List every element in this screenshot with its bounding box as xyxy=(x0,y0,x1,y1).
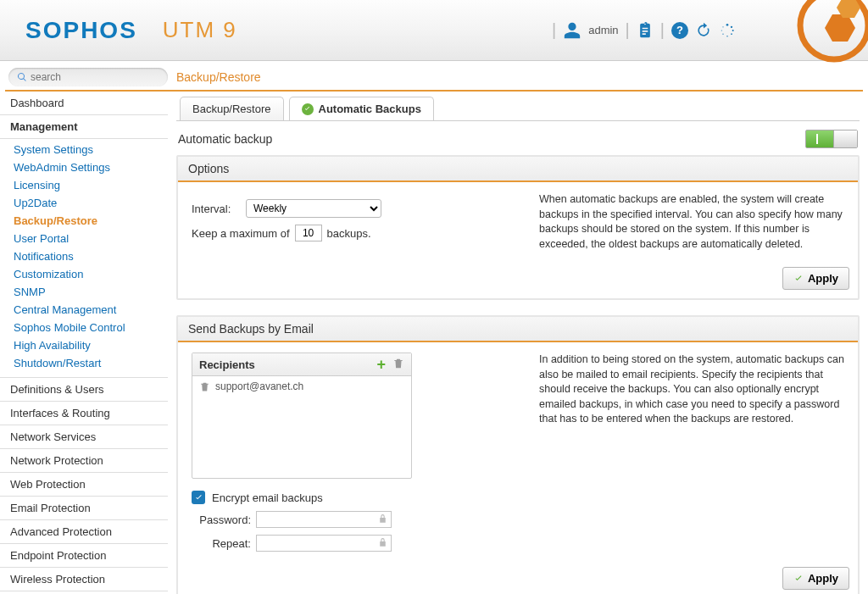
sidebar-section-management[interactable]: Management xyxy=(0,115,168,139)
lock-icon xyxy=(377,537,388,548)
sidebar: Dashboard Management System Settings Web… xyxy=(0,92,168,594)
search-field[interactable] xyxy=(31,71,149,83)
check-icon xyxy=(793,274,804,284)
password-input[interactable] xyxy=(256,511,392,528)
options-help-text: When automatic backups are enabled, the … xyxy=(539,192,844,252)
trash-icon[interactable] xyxy=(199,381,210,392)
automatic-backup-toggle[interactable] xyxy=(805,130,858,148)
sidebar-item-shutdown-restart[interactable]: Shutdown/Restart xyxy=(0,354,168,372)
send-email-panel: Send Backups by Email Recipients + xyxy=(176,315,860,594)
hex-logo xyxy=(758,0,868,66)
tab-label: Backup/Restore xyxy=(192,103,271,115)
repeat-password-input[interactable] xyxy=(256,535,392,552)
sidebar-item-system-settings[interactable]: System Settings xyxy=(0,141,168,158)
panel-header: Options xyxy=(178,157,858,182)
username[interactable]: admin xyxy=(588,24,618,36)
add-recipient-icon[interactable]: + xyxy=(376,357,386,372)
svg-point-3 xyxy=(731,33,732,35)
keep-prefix: Keep a maximum of xyxy=(192,227,290,240)
search-input[interactable] xyxy=(8,68,168,86)
check-icon xyxy=(793,574,804,584)
tab-backup-restore[interactable]: Backup/Restore xyxy=(180,97,284,120)
section-title: Automatic backup xyxy=(178,132,272,146)
apply-options-button[interactable]: Apply xyxy=(782,267,849,290)
svg-point-4 xyxy=(726,35,728,36)
sidebar-item-backup-restore[interactable]: Backup/Restore xyxy=(0,212,168,230)
sidebar-item-central-management[interactable]: Central Management xyxy=(0,301,168,319)
sidebar-section-network-services[interactable]: Network Services xyxy=(0,425,168,449)
product-name: UTM 9 xyxy=(163,17,237,43)
sidebar-item-notifications[interactable]: Notifications xyxy=(0,247,168,265)
keep-max-input[interactable] xyxy=(295,225,322,241)
user-icon xyxy=(563,21,581,40)
button-label: Apply xyxy=(808,572,838,585)
sidebar-item-licensing[interactable]: Licensing xyxy=(0,176,168,194)
apply-email-button[interactable]: Apply xyxy=(782,567,849,590)
svg-point-0 xyxy=(726,24,729,26)
svg-point-2 xyxy=(732,30,734,31)
button-label: Apply xyxy=(808,272,838,285)
sidebar-item-snmp[interactable]: SNMP xyxy=(0,283,168,301)
encrypt-checkbox[interactable] xyxy=(192,491,205,504)
search-icon xyxy=(17,72,27,82)
tab-automatic-backups[interactable]: Automatic Backups xyxy=(289,97,434,120)
svg-point-6 xyxy=(721,30,722,31)
svg-point-7 xyxy=(722,26,723,27)
options-panel: Options Interval: Weekly Keep a maximum … xyxy=(176,155,860,300)
password-label: Password: xyxy=(192,514,251,526)
recipients-box: Recipients + support@avanet.ch xyxy=(192,353,412,479)
separator: | xyxy=(660,20,665,40)
keep-suffix: backups. xyxy=(327,227,371,240)
sidebar-section-network-protection[interactable]: Network Protection xyxy=(0,449,168,473)
encrypt-label: Encrypt email backups xyxy=(212,491,323,504)
check-icon xyxy=(302,103,314,115)
svg-point-1 xyxy=(731,25,732,27)
svg-marker-9 xyxy=(825,14,855,42)
refresh-icon[interactable] xyxy=(695,22,712,39)
loading-icon[interactable] xyxy=(719,22,736,39)
recipient-row[interactable]: support@avanet.ch xyxy=(192,376,411,478)
panel-header: Send Backups by Email xyxy=(178,317,858,342)
svg-point-5 xyxy=(722,33,723,34)
sidebar-item-high-availability[interactable]: High Availability xyxy=(0,336,168,354)
sidebar-section-definitions[interactable]: Definitions & Users xyxy=(0,378,168,402)
repeat-label: Repeat: xyxy=(192,537,251,550)
brand-logo: SOPHOS xyxy=(25,17,137,44)
sidebar-section-web-protection[interactable]: Web Protection xyxy=(0,473,168,497)
recipients-label: Recipients xyxy=(199,358,255,371)
sidebar-item-dashboard[interactable]: Dashboard xyxy=(0,92,168,115)
sidebar-section-wireless-protection[interactable]: Wireless Protection xyxy=(0,568,168,591)
clipboard-icon[interactable] xyxy=(637,22,654,39)
lock-icon xyxy=(377,514,388,525)
app-header: SOPHOS UTM 9 | admin | | ? xyxy=(0,0,868,61)
delete-recipient-icon[interactable] xyxy=(392,358,404,372)
sidebar-section-endpoint-protection[interactable]: Endpoint Protection xyxy=(0,544,168,568)
interval-label: Interval: xyxy=(192,203,239,215)
interval-select[interactable]: Weekly xyxy=(246,199,381,218)
email-help-text: In addition to being stored on the syste… xyxy=(539,353,844,552)
separator: | xyxy=(552,20,556,40)
sidebar-section-email-protection[interactable]: Email Protection xyxy=(0,497,168,520)
sidebar-section-advanced-protection[interactable]: Advanced Protection xyxy=(0,520,168,544)
sidebar-item-webadmin-settings[interactable]: WebAdmin Settings xyxy=(0,158,168,176)
separator: | xyxy=(626,20,630,40)
sidebar-section-interfaces[interactable]: Interfaces & Routing xyxy=(0,402,168,425)
sidebar-item-up2date[interactable]: Up2Date xyxy=(0,194,168,212)
sidebar-item-sophos-mobile[interactable]: Sophos Mobile Control xyxy=(0,319,168,336)
sidebar-item-user-portal[interactable]: User Portal xyxy=(0,230,168,247)
help-icon[interactable]: ? xyxy=(671,22,688,39)
recipient-email: support@avanet.ch xyxy=(215,380,303,392)
sidebar-item-customization[interactable]: Customization xyxy=(0,265,168,283)
tab-label: Automatic Backups xyxy=(319,103,421,115)
breadcrumb: Backup/Restore xyxy=(176,70,261,84)
